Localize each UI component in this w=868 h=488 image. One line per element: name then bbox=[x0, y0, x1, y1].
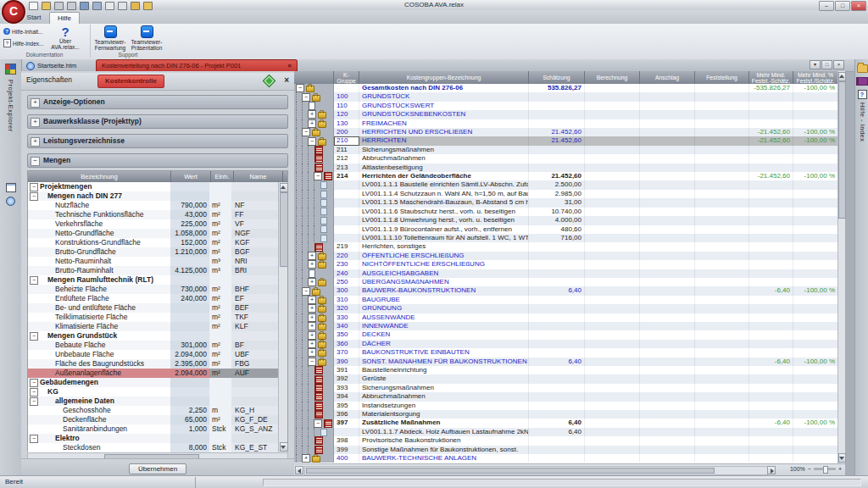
teamviewer-fernwartung-button[interactable]: Teamviewer-Fernwartung bbox=[92, 25, 128, 52]
cost-row[interactable]: −200HERRICHTEN UND ERSCHLIEßEN21.452,60-… bbox=[294, 128, 838, 136]
cost-row[interactable]: LV001.1.1.8 Umwehrung herst., vorh. u. b… bbox=[294, 216, 838, 225]
section-bauwerksklasse[interactable]: + Bauwerksklasse (Projekttyp) bbox=[27, 114, 288, 129]
prop-row[interactable]: Netto-Grundfläche1.058,000m²NGF bbox=[28, 229, 280, 238]
expand-icon[interactable]: + bbox=[308, 110, 316, 119]
cost-row[interactable]: 240AUSGLEICHSABGABEN bbox=[294, 269, 838, 278]
scroll-thumb[interactable] bbox=[306, 468, 715, 474]
expand-icon[interactable]: + bbox=[308, 340, 316, 348]
hilfe-index-label[interactable]: Hilfe - Index bbox=[859, 103, 866, 142]
hilfe-inhalt-button[interactable]: ? Hilfe-Inhalt... bbox=[3, 26, 43, 36]
tab-kostenkontrolle[interactable]: Kostenkontrolle bbox=[97, 75, 164, 88]
cost-row[interactable]: LV001.1.1.1 Baustelle einrichten Sämtl.L… bbox=[294, 180, 838, 189]
prop-row[interactable]: Netto-Rauminhaltm³NRI bbox=[28, 257, 280, 266]
kgruppe-cell[interactable]: 210 bbox=[334, 136, 359, 145]
cost-row[interactable]: 399Sonstige Maßnahmen für Baukonstruktio… bbox=[294, 446, 838, 454]
cost-row[interactable]: +130FREIMACHEN bbox=[294, 119, 838, 128]
expand-icon[interactable]: + bbox=[308, 331, 316, 340]
cost-row[interactable]: +360DÄCHER bbox=[294, 340, 838, 348]
cost-row[interactable]: −397Zusätzliche Maßnahmen6,40-6,40-100,0… bbox=[294, 419, 838, 427]
hilfe-index-button[interactable]: ? Hilfe-Index... bbox=[3, 38, 44, 48]
scroll-right-button[interactable] bbox=[767, 466, 776, 474]
close-button[interactable]: × bbox=[851, 1, 866, 11]
prop-row[interactable]: Geschosshöhe2,250mKG_H bbox=[28, 406, 280, 415]
expand-icon[interactable]: + bbox=[308, 119, 316, 128]
expand-icon[interactable]: + bbox=[308, 278, 316, 286]
cost-row[interactable]: 396Materialentsorgung bbox=[294, 410, 838, 419]
kgruppe-cell[interactable]: 360 bbox=[334, 340, 359, 348]
prop-row[interactable]: −Mengen Grundstück bbox=[28, 331, 280, 341]
scroll-up-button[interactable] bbox=[838, 72, 846, 81]
header-mehr-pct[interactable]: Mehr Mind. % Festst./Schätz. bbox=[793, 71, 838, 84]
prop-row[interactable]: Brutto-Grundfläche1.210,000m²BGF bbox=[28, 247, 280, 257]
zoom-out-icon[interactable]: − bbox=[808, 466, 811, 472]
cost-row[interactable]: +250ÜBERGANGSMAßNAHMEN bbox=[294, 278, 838, 286]
prop-row[interactable]: Verkehrsfläche225,000m²VF bbox=[28, 219, 280, 229]
cost-row[interactable]: +320GRÜNDUNG bbox=[294, 304, 838, 313]
kgruppe-cell[interactable] bbox=[334, 84, 359, 92]
project-explorer-icon[interactable] bbox=[5, 64, 16, 75]
expand-icon[interactable]: − bbox=[308, 358, 316, 366]
kgruppe-cell[interactable]: 370 bbox=[334, 348, 359, 357]
prop-row[interactable]: −allgemeine Daten bbox=[28, 396, 280, 406]
cost-row[interactable]: 392Gerüste bbox=[294, 374, 838, 383]
cost-row[interactable]: 213Altlastenbeseitigung bbox=[294, 164, 838, 172]
kgruppe-cell[interactable]: 120 bbox=[334, 110, 359, 119]
prop-row[interactable]: Teilklimatisierte Flächem²TKF bbox=[28, 313, 280, 322]
app-logo[interactable]: C bbox=[2, 0, 25, 24]
minimize-button[interactable]: – bbox=[819, 1, 834, 11]
kgruppe-cell[interactable]: 214 bbox=[334, 172, 359, 180]
scroll-thumb[interactable] bbox=[280, 192, 288, 267]
prop-row[interactable]: Be- und entlüftete Flächem²BEF bbox=[28, 303, 280, 313]
expand-icon[interactable]: − bbox=[314, 419, 322, 428]
kgruppe-cell[interactable] bbox=[334, 208, 359, 216]
cost-row[interactable]: LV001.1.1.10 Toilettenraum für AN aufste… bbox=[294, 234, 838, 242]
cost-row[interactable]: 398Provisorische Baukonstruktionen bbox=[294, 436, 838, 445]
expand-icon[interactable]: − bbox=[30, 276, 38, 285]
expand-icon[interactable]: − bbox=[30, 397, 38, 406]
cost-row[interactable]: +400BAUWERK-TECHNISCHE ANLAGEN bbox=[294, 454, 838, 463]
kgruppe-cell[interactable]: 340 bbox=[334, 322, 359, 330]
panel-close-icon[interactable]: × bbox=[284, 75, 289, 85]
maximize-button[interactable]: □ bbox=[835, 1, 850, 11]
kgruppe-cell[interactable]: 213 bbox=[334, 164, 359, 172]
kgruppe-cell[interactable]: 398 bbox=[334, 436, 359, 445]
scroll-up-button[interactable] bbox=[280, 183, 288, 192]
kgruppe-cell[interactable]: 110 bbox=[334, 102, 359, 110]
expand-icon[interactable]: − bbox=[30, 192, 38, 201]
expand-icon[interactable]: + bbox=[308, 252, 316, 260]
expand-icon[interactable]: + bbox=[302, 454, 310, 463]
ueber-ava-relax-button[interactable]: ? Über AVA.relax... bbox=[46, 25, 85, 52]
kgruppe-cell[interactable] bbox=[334, 234, 359, 242]
prop-row[interactable]: Brutto-Rauminhalt4.125,000m³BRI bbox=[28, 266, 280, 275]
zoom-in-icon[interactable]: + bbox=[838, 466, 842, 472]
expand-icon[interactable]: + bbox=[308, 322, 316, 330]
cost-row[interactable]: 212Abbruchmaßnahmen bbox=[294, 154, 838, 163]
expand-icon[interactable]: − bbox=[30, 379, 38, 387]
tab-kostenverteilung[interactable]: Kostenverteilung nach DIN 276-06 - Proje… bbox=[96, 59, 298, 71]
expand-icon[interactable]: − bbox=[30, 183, 38, 191]
cost-row[interactable]: LV001.1.1.5 Maschendraht-Bauzaun, B-Abst… bbox=[294, 198, 838, 207]
header-einheit[interactable]: Einh. bbox=[211, 171, 234, 182]
prop-row[interactable]: Unbebaute Fläche2.094,000m²UBF bbox=[28, 350, 280, 359]
scroll-down-button[interactable] bbox=[838, 453, 846, 463]
cost-row[interactable]: LV001.1.1.9 Bürocontainer aufst., vorh.,… bbox=[294, 225, 838, 234]
ribbon-tab-hilfe[interactable]: Hilfe bbox=[49, 12, 80, 25]
expand-icon[interactable]: − bbox=[31, 157, 40, 166]
horizontal-scrollbar[interactable] bbox=[304, 466, 768, 475]
cost-row[interactable]: LV001.1.1.4 Schutzzaun n. Wahl AN, h=1,5… bbox=[294, 190, 838, 198]
expand-icon[interactable]: + bbox=[31, 98, 40, 108]
kgruppe-cell[interactable]: 399 bbox=[334, 446, 359, 454]
header-anschlag[interactable]: Anschlag bbox=[640, 71, 695, 84]
expand-icon[interactable]: + bbox=[308, 260, 316, 269]
header-mehr-festst[interactable]: Mehr Mind. Festst.-Schätz. bbox=[749, 71, 793, 84]
kgruppe-cell[interactable] bbox=[334, 190, 359, 198]
header-schaetzung[interactable]: Schätzung bbox=[529, 71, 585, 84]
header-kgruppe[interactable]: K-Gruppe bbox=[334, 71, 359, 84]
kgruppe-cell[interactable] bbox=[334, 225, 359, 234]
expand-icon[interactable]: + bbox=[308, 348, 316, 357]
tab-startseite[interactable]: Startseite.htm bbox=[26, 60, 76, 71]
expand-icon[interactable]: − bbox=[30, 388, 38, 396]
kgruppe-cell[interactable]: 230 bbox=[334, 260, 359, 269]
kgruppe-cell[interactable]: 100 bbox=[334, 92, 359, 101]
doc-collapse-button[interactable]: ▾ bbox=[810, 60, 821, 69]
